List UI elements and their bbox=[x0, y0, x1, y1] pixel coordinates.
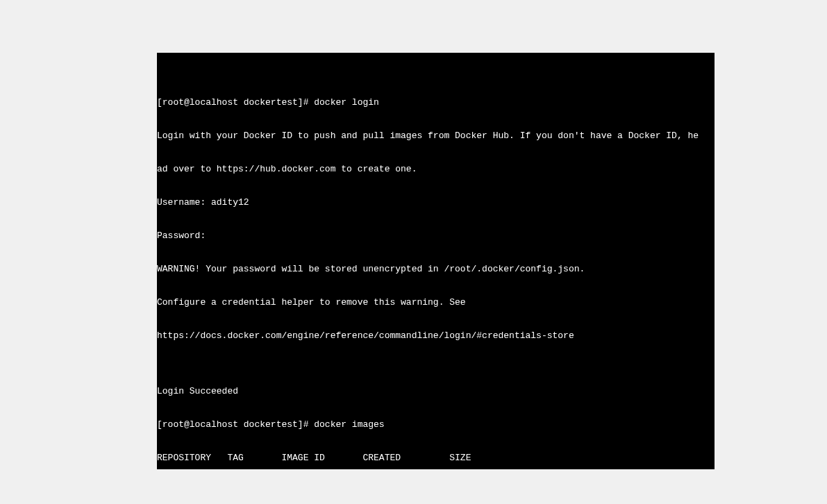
terminal-line: https://docs.docker.com/engine/reference… bbox=[157, 330, 715, 342]
terminal-line: Password: bbox=[157, 230, 715, 242]
terminal-line: WARNING! Your password will be stored un… bbox=[157, 264, 715, 275]
terminal-line: [root@localhost dockertest]# docker logi… bbox=[157, 97, 715, 108]
terminal-line: Login with your Docker ID to push and pu… bbox=[157, 131, 715, 142]
terminal-line: REPOSITORY TAG IMAGE ID CREATED SIZE bbox=[157, 453, 715, 464]
terminal-line: Login Succeeded bbox=[157, 386, 715, 397]
terminal-output: [root@localhost dockertest]# docker logi… bbox=[157, 75, 715, 469]
terminal-line: ad over to https://hub.docker.com to cre… bbox=[157, 164, 715, 175]
terminal-line: Configure a credential helper to remove … bbox=[157, 297, 715, 308]
terminal-line: [root@localhost dockertest]# docker imag… bbox=[157, 419, 715, 430]
terminal-window[interactable]: [root@localhost dockertest]# docker logi… bbox=[157, 53, 715, 469]
terminal-line: Username: adity12 bbox=[157, 197, 715, 208]
